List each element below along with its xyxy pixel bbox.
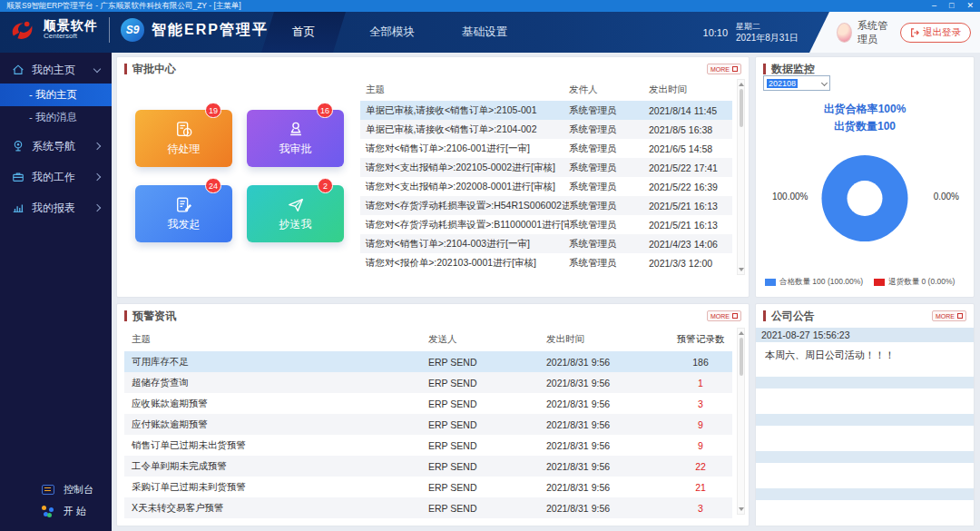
close-button[interactable]: ✕ bbox=[966, 0, 974, 12]
console-button[interactable]: 控制台 bbox=[0, 478, 112, 500]
sidebar-item-my-reports[interactable]: 我的报表 bbox=[0, 194, 112, 221]
nav-tab-all-modules[interactable]: 全部模块 bbox=[346, 12, 438, 53]
nav-tab-home[interactable]: 首页 bbox=[261, 12, 346, 53]
alerts-table: 主题 发送人 发出时间 预警记录数 可用库存不足 ERP SEND 2021/8… bbox=[124, 328, 732, 518]
sidebar-item-system-nav[interactable]: 系统导航 bbox=[0, 133, 112, 160]
alerts-scrollbar[interactable] bbox=[737, 328, 745, 515]
table-row[interactable]: 超储存货查询 ERP SEND 2021/8/31 9:56 1 bbox=[124, 372, 732, 393]
maximize-button[interactable]: □ bbox=[949, 0, 954, 12]
panel-title: 公司公告 bbox=[771, 309, 815, 324]
tile-my-initiated[interactable]: 24 我发起 bbox=[135, 185, 232, 242]
start-icon bbox=[42, 506, 54, 516]
announcement-empty-slot bbox=[756, 414, 974, 426]
announcement-empty-slot bbox=[756, 488, 974, 500]
title-marker bbox=[124, 64, 127, 74]
scroll-up-icon[interactable] bbox=[739, 83, 744, 86]
sidebar-subitem-my-messages[interactable]: - 我的消息 bbox=[0, 106, 112, 129]
approval-center-panel: 审批中心 MORE 19 待处理 16 我审批 24 我发起 bbox=[116, 56, 750, 298]
announcement-empty-slot bbox=[756, 377, 974, 388]
chevron-right-icon bbox=[93, 173, 101, 181]
table-row[interactable]: 单据已审核,请接收<销售订单>:2105-001 系统管理员 2021/8/14… bbox=[360, 101, 732, 120]
pie-label-right: 0.00% bbox=[934, 192, 959, 202]
table-row[interactable]: 工令单到期未完成预警 ERP SEND 2021/8/31 9:56 22 bbox=[124, 456, 732, 477]
erp-dashboard: 顺景S9智能ERP管理平台 - 广东顺景软件科技有限公司_ZY - [主菜单] … bbox=[0, 0, 980, 531]
announcements-more-button[interactable]: MORE bbox=[932, 310, 966, 321]
brand-block: 顺景软件 Centersoft S9 智能ERP管理平台 bbox=[9, 17, 285, 43]
my-initiated-count-badge: 24 bbox=[205, 178, 221, 193]
legend-item-returned: 退货数量 0 (0.00%) bbox=[874, 277, 955, 288]
table-row[interactable]: 应收账款逾期预警 ERP SEND 2021/8/31 9:56 3 bbox=[124, 393, 732, 414]
announcement-datetime: 2021-08-27 15:56:23 bbox=[756, 328, 974, 342]
table-row[interactable]: 请您对<报价单>:202103-0001进行[审核] 系统管理员 2021/3/… bbox=[360, 253, 732, 272]
approval-table-header: 主题 发件人 发出时间 bbox=[360, 79, 732, 101]
tile-cc-to-me[interactable]: 2 抄送我 bbox=[247, 185, 344, 242]
sidebar-item-my-work[interactable]: 我的工作 bbox=[0, 163, 112, 191]
period-value: 202108 bbox=[767, 79, 798, 88]
paper-plane-icon bbox=[287, 196, 305, 214]
announcement-empty-slot bbox=[756, 451, 974, 463]
period-select[interactable]: 202108 bbox=[763, 75, 830, 91]
more-icon bbox=[732, 313, 738, 319]
os-titlebar: 顺景S9智能ERP管理平台 - 广东顺景软件科技有限公司_ZY - [主菜单] … bbox=[0, 0, 980, 12]
start-button[interactable]: 开 始 bbox=[0, 500, 112, 522]
table-row[interactable]: 请您对<存货浮动耗损率设置>:B11000001进行[审核] 系统管理员 202… bbox=[360, 215, 732, 234]
chart-icon bbox=[12, 202, 24, 214]
main-nav: 首页 全部模块 基础设置 bbox=[261, 12, 531, 53]
table-row[interactable]: 请您对<支出报销单>:202008-0001进行[审核] 系统管理员 2021/… bbox=[360, 177, 732, 196]
table-row[interactable]: 可用库存不足 ERP SEND 2021/8/31 9:56 186 bbox=[124, 351, 732, 372]
scroll-down-icon[interactable] bbox=[739, 268, 744, 271]
sidebar-item-my-home[interactable]: 我的主页 bbox=[0, 56, 112, 84]
logout-button[interactable]: 退出登录 bbox=[900, 23, 971, 43]
scroll-up-icon[interactable] bbox=[739, 331, 744, 335]
table-row[interactable]: 请您对<支出报销单>:202105-0002进行[审核] 系统管理员 2021/… bbox=[360, 158, 732, 177]
announcement-content[interactable]: 本周六、周日公司活动！！！ bbox=[756, 342, 974, 377]
tile-pending[interactable]: 19 待处理 bbox=[135, 110, 232, 167]
minimize-button[interactable]: – bbox=[932, 0, 936, 12]
table-row[interactable]: 请您对<存货浮动耗损率设置>:H54R1S006002进行[审核] 系统管理员 … bbox=[360, 196, 732, 215]
clock-date: 2021年8月31日 bbox=[736, 32, 799, 44]
console-icon bbox=[42, 485, 54, 495]
panel-title: 审批中心 bbox=[132, 62, 176, 77]
approval-scrollbar[interactable] bbox=[737, 79, 745, 275]
cc-count-badge: 2 bbox=[318, 178, 333, 193]
panel-title: 预警资讯 bbox=[132, 309, 176, 324]
logout-label: 退出登录 bbox=[923, 26, 961, 39]
chart-legend: 合格数量 100 (100.00%) 退货数量 0 (0.00%) bbox=[765, 277, 970, 288]
chevron-down-icon bbox=[821, 80, 828, 86]
sidebar-subitem-my-home[interactable]: - 我的主页 bbox=[0, 84, 112, 106]
briefcase-icon bbox=[12, 171, 24, 183]
chevron-right-icon bbox=[93, 204, 101, 211]
legend-item-qualified: 合格数量 100 (100.00%) bbox=[765, 277, 863, 288]
alerts-more-button[interactable]: MORE bbox=[707, 310, 741, 321]
window-title: 顺景S9智能ERP管理平台 - 广东顺景软件科技有限公司_ZY - [主菜单] bbox=[6, 1, 241, 12]
scrollbar-thumb[interactable] bbox=[740, 89, 743, 127]
nav-tab-basic-settings[interactable]: 基础设置 bbox=[438, 12, 531, 53]
pending-doc-clock-icon bbox=[175, 121, 193, 139]
table-row[interactable]: 请您对<销售订单>:2106-001进行[一审] 系统管理员 2021/6/5 … bbox=[360, 139, 732, 158]
alerts-panel: 预警资讯 MORE 主题 发送人 发出时间 预警记录数 可用库存不足 ERP S… bbox=[116, 303, 750, 526]
chevron-right-icon bbox=[93, 143, 101, 150]
table-row[interactable]: 请您对<销售订单>:2104-003进行[一审] 系统管理员 2021/4/23… bbox=[360, 234, 732, 253]
brand-subname: Centersoft bbox=[44, 33, 98, 41]
header-clock: 10:10 星期二 2021年8月31日 bbox=[703, 12, 799, 53]
scroll-down-icon[interactable] bbox=[739, 507, 744, 511]
approval-more-button[interactable]: MORE bbox=[707, 64, 741, 74]
tile-my-approvals[interactable]: 16 我审批 bbox=[247, 110, 344, 167]
s9-logo-icon: S9 bbox=[121, 18, 144, 42]
logout-icon bbox=[910, 28, 919, 37]
scrollbar-thumb[interactable] bbox=[740, 338, 743, 376]
clock-weekday: 星期二 bbox=[736, 21, 799, 32]
table-row[interactable]: 销售订单已过期未出货预警 ERP SEND 2021/8/31 9:56 9 bbox=[124, 435, 732, 456]
more-icon bbox=[957, 313, 963, 319]
title-marker bbox=[124, 310, 127, 321]
table-row[interactable]: 单据已审核,请接收<销售订单>:2104-002 系统管理员 2021/8/5 … bbox=[360, 120, 732, 139]
title-marker bbox=[763, 310, 766, 321]
table-row[interactable]: 应付账款逾期预警 ERP SEND 2021/8/31 9:56 9 bbox=[124, 414, 732, 435]
app-header: 顺景软件 Centersoft S9 智能ERP管理平台 首页 全部模块 基础设… bbox=[0, 12, 980, 53]
more-icon bbox=[732, 66, 738, 72]
chart-title: 出货合格率100% 出货数量100 bbox=[756, 101, 974, 134]
data-monitor-panel: 数据监控 202108 出货合格率100% 出货数量100 100.00% 0.… bbox=[755, 56, 975, 298]
table-row[interactable]: X天未转交易客户预警 ERP SEND 2021/8/31 9:56 3 bbox=[124, 497, 732, 518]
sidebar: 我的主页 - 我的主页 - 我的消息 系统导航 我的工作 我的报表 bbox=[0, 53, 112, 531]
table-row[interactable]: 采购订单已过期未到货预警 ERP SEND 2021/8/31 9:56 21 bbox=[124, 477, 732, 497]
